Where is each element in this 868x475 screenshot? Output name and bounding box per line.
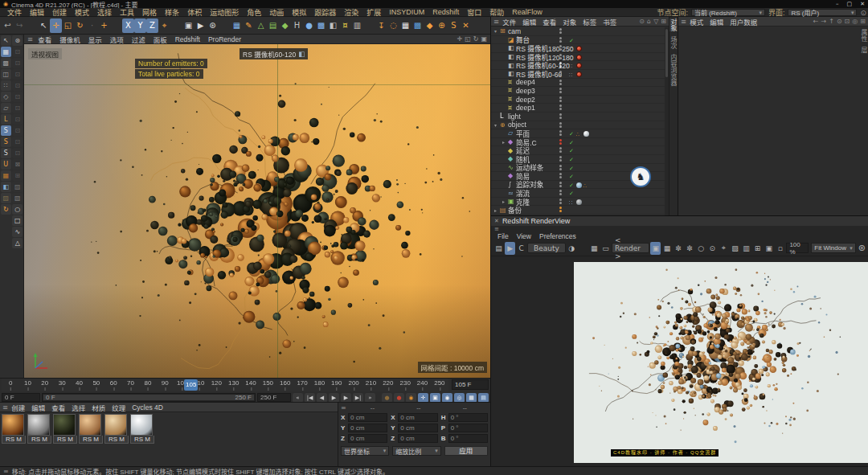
rv-toolbar-icon[interactable] — [578, 242, 588, 255]
tag-odots-icon[interactable] — [583, 182, 589, 188]
viewport-menu-item[interactable]: 显示 — [85, 35, 105, 44]
visibility-dots[interactable] — [559, 207, 562, 212]
zoom-view-icon[interactable]: ◱ — [465, 35, 471, 43]
lock-icon[interactable]: ⊡ — [845, 18, 850, 25]
menu-item[interactable]: Redshift — [428, 8, 463, 16]
menu-item[interactable]: 扩展 — [362, 7, 385, 18]
panel-menu-icon[interactable]: ≡ — [681, 18, 686, 26]
material-thumbnail[interactable]: RS M — [2, 414, 26, 444]
goto-start-icon[interactable]: « — [293, 393, 303, 403]
restart-render-icon[interactable]: C — [516, 242, 526, 255]
close-icon[interactable]: ✕ — [860, 1, 865, 7]
tag-check-icon[interactable] — [569, 148, 575, 154]
toolbar-icon[interactable] — [363, 18, 375, 33]
deformer-icon[interactable]: H — [291, 18, 303, 33]
key-rotation-icon[interactable]: ◉ — [442, 393, 452, 403]
viewport-menu-item[interactable]: ProRender — [205, 35, 244, 43]
rs-material-icon[interactable]: S — [1, 125, 11, 136]
track-icon[interactable]: ◎ — [852, 18, 858, 25]
xparticles-icon[interactable]: ✕ — [460, 18, 472, 33]
prev-key-icon[interactable]: |◀ — [305, 393, 315, 403]
pattern-icon[interactable]: ▨ — [1, 193, 11, 203]
search-icon[interactable]: ⊙ — [639, 18, 645, 25]
tag-rsred-icon[interactable] — [576, 72, 582, 77]
up-icon[interactable]: ↑ — [829, 18, 834, 25]
texture-mode-icon[interactable]: ▩ — [1, 58, 11, 68]
current-frame-field[interactable]: 105 F — [452, 379, 489, 390]
back-icon[interactable]: ← — [813, 18, 819, 25]
weave-icon[interactable]: ▦ — [1, 170, 11, 181]
field-icon[interactable]: ● — [303, 18, 315, 33]
menu-item[interactable]: 动画 — [265, 7, 288, 18]
visibility-dots[interactable] — [559, 71, 562, 76]
tag-dots-icon[interactable] — [569, 55, 575, 60]
menu-item[interactable]: 体积 — [183, 7, 206, 18]
snap-poly-icon[interactable]: ⊡ — [12, 92, 23, 102]
object-row[interactable]: ▸ ▤ 备份 — [491, 206, 665, 215]
coord-value-field[interactable]: 0 ° — [448, 424, 488, 432]
axis-add-icon[interactable]: + — [98, 18, 110, 33]
qr-icon[interactable]: ▩ — [411, 18, 424, 33]
expander-icon[interactable]: ▸ — [502, 199, 508, 204]
toolbar-icon[interactable] — [26, 18, 38, 33]
target-icon[interactable]: ⊕ — [436, 18, 448, 33]
swirl-icon[interactable]: ↻ — [1, 204, 11, 215]
menu-item[interactable]: 模式 — [71, 7, 93, 18]
visibility-dots[interactable] — [559, 156, 562, 162]
freeze-a-icon[interactable]: ✼ — [673, 242, 683, 255]
volume-icon[interactable]: ▩ — [315, 18, 327, 33]
visibility-dots[interactable] — [559, 165, 562, 170]
material-thumbnail[interactable]: RS M — [79, 414, 103, 444]
points-mode-icon[interactable]: ∷ — [1, 80, 11, 91]
preview-range-slider[interactable]: 0 F250 F — [42, 393, 256, 402]
tag-check-icon[interactable] — [569, 174, 575, 179]
object-row[interactable]: L light — [491, 113, 665, 121]
panel-menu-icon[interactable]: ≡ — [493, 18, 499, 26]
focus-icon[interactable]: ⊙ — [707, 242, 718, 255]
material-thumbnail[interactable]: RS M — [104, 414, 129, 444]
menu-item[interactable]: RealFlow — [508, 8, 547, 16]
lock-x-icon[interactable]: X — [122, 18, 134, 33]
tag-rsred-icon[interactable] — [576, 55, 582, 60]
material-menu-item[interactable]: 选择 — [68, 403, 88, 412]
search-icon[interactable]: ⊙ — [860, 9, 866, 17]
tag-check-icon[interactable] — [569, 140, 575, 145]
record-objects-icon[interactable]: ● — [382, 393, 392, 403]
key-position-icon[interactable]: ✛ — [418, 393, 428, 403]
playhead[interactable]: 105 — [184, 379, 198, 391]
toolbar-icon[interactable] — [110, 18, 122, 33]
apply-button[interactable]: 应用 — [444, 446, 488, 456]
object-row[interactable]: ¤ deep1 — [491, 104, 665, 113]
layout-dropdown[interactable]: RS (用户)▾ — [788, 9, 857, 16]
polygons-mode-icon[interactable]: ▱ — [1, 103, 11, 113]
rs-orange-icon[interactable]: S — [1, 137, 11, 147]
coord-value-field[interactable]: 0 cm — [398, 424, 437, 432]
snap-perp-icon[interactable]: ⊡ — [12, 148, 23, 158]
camera-label[interactable]: RS 摄像机60-120 ◧ — [240, 48, 308, 59]
tag-dots-icon[interactable] — [569, 46, 575, 51]
next-key-icon[interactable]: ▶| — [353, 393, 363, 403]
menu-item[interactable]: 网格 — [138, 7, 161, 18]
material-menu-item[interactable]: 查看 — [48, 403, 68, 412]
tag-check-icon[interactable] — [569, 131, 575, 137]
display-filter-icon[interactable]: ◑ — [567, 242, 577, 255]
quantize-icon[interactable]: ⊞ — [12, 170, 23, 181]
anchor-icon[interactable]: ↧ — [375, 18, 387, 33]
add-cube-icon[interactable]: ▦ — [231, 18, 243, 33]
material-thumbnail[interactable]: RS M — [130, 414, 154, 444]
visibility-dots[interactable] — [559, 199, 562, 204]
coord-value-field[interactable]: 0 cm — [348, 413, 387, 422]
object-row[interactable]: ¤ deep3 — [491, 87, 665, 96]
last-tool-icon[interactable]: · — [86, 18, 98, 33]
autokey-icon[interactable]: ● — [394, 393, 404, 403]
object-row[interactable]: ◧ RS 摄像机0-60 — [491, 70, 665, 79]
gear-icon[interactable]: ⊛ — [858, 243, 866, 253]
checker-icon[interactable]: ▨ — [730, 242, 740, 255]
range-end-field[interactable]: 250 F — [257, 393, 291, 402]
visibility-dots[interactable] — [559, 173, 562, 178]
visibility-dots[interactable] — [559, 122, 562, 128]
visibility-dots[interactable] — [559, 45, 562, 51]
coord-value-field[interactable]: 0 cm — [398, 434, 437, 443]
menu-item[interactable]: 工具 — [116, 7, 138, 18]
rotate-view-icon[interactable]: ↻ — [473, 35, 479, 43]
